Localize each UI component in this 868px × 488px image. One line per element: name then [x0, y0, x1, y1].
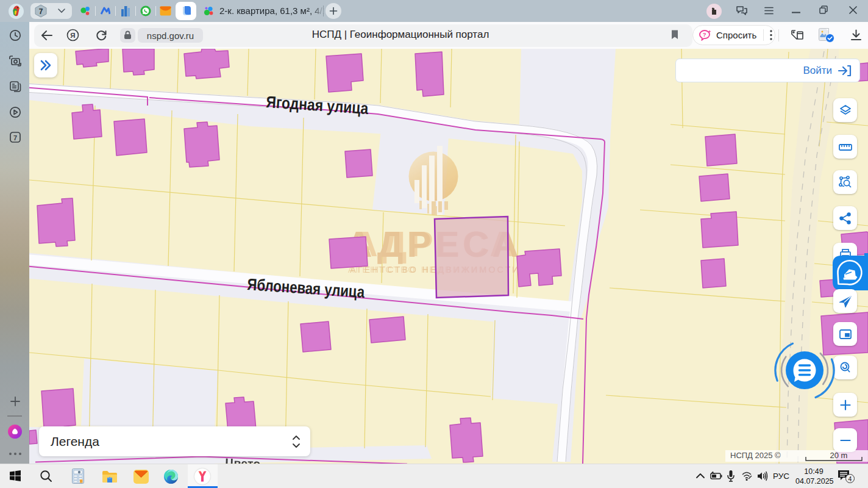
- svg-text:Я: Я: [70, 32, 75, 39]
- svg-text:Цвето: Цвето: [225, 456, 261, 464]
- svg-text:7: 7: [13, 134, 17, 142]
- svg-text:7: 7: [39, 7, 43, 16]
- svg-text:20 m: 20 m: [830, 451, 848, 460]
- svg-text:?: ?: [703, 31, 706, 38]
